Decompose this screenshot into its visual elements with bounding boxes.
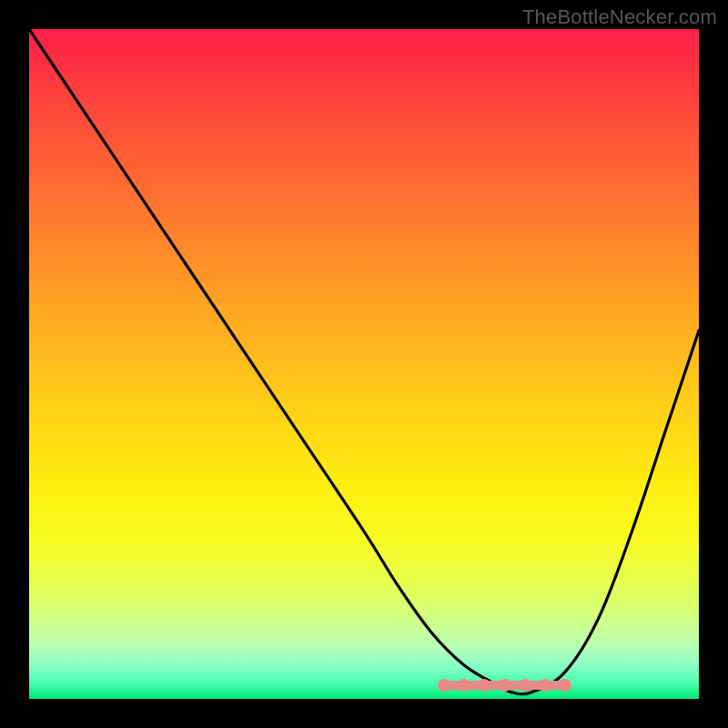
valley-dot	[478, 679, 490, 692]
valley-marker-dots	[29, 29, 699, 699]
valley-dot	[519, 679, 531, 692]
valley-dot	[559, 679, 571, 692]
valley-dot	[458, 679, 470, 692]
chart-frame: TheBottleNecker.com	[0, 0, 728, 728]
plot-area	[29, 29, 699, 699]
valley-dot	[499, 679, 511, 692]
valley-dot	[539, 679, 551, 692]
valley-dot	[438, 679, 450, 692]
watermark-text: TheBottleNecker.com	[522, 5, 717, 29]
